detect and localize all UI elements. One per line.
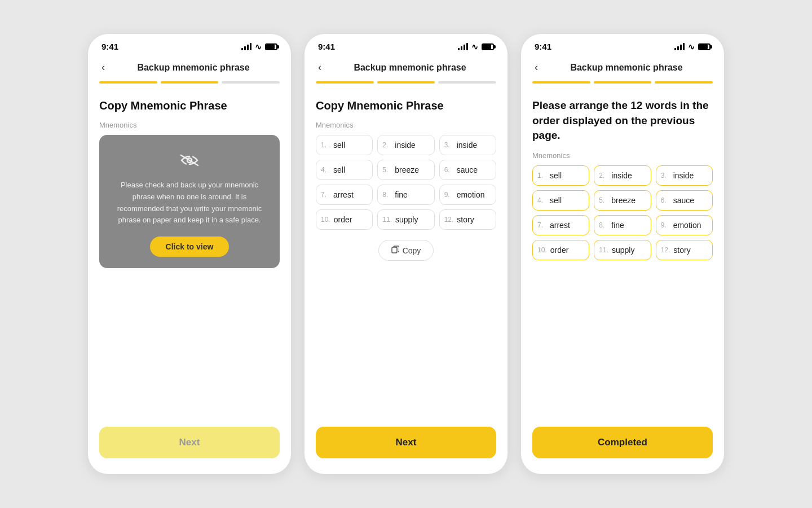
content-2: Copy Mnemonic Phrase Mnemonics 1.sell2.i… [304,93,508,427]
wifi-icon-3: ∿ [688,42,695,51]
word-num: 6. [661,196,670,204]
svg-rect-1 [392,247,397,253]
word-text: emotion [673,221,701,230]
blurred-box: Please check and back up your mnemonic p… [99,135,280,268]
status-icons-3: ∿ [674,42,710,51]
word-num: 7. [321,191,330,199]
completed-button[interactable]: Completed [532,427,713,458]
word-chip-3-3[interactable]: 3.inside [656,165,713,186]
word-chip-3-7[interactable]: 7.arrest [532,215,589,235]
word-num: 6. [444,166,453,174]
word-text: inside [457,141,478,150]
word-text: story [673,246,690,255]
wifi-icon-1: ∿ [255,42,262,51]
word-chip-2-1: 1.sell [316,135,373,155]
word-chip-2-12: 12.story [439,209,496,230]
mnemonics-label-3: Mnemonics [532,151,713,160]
mnemonics-label-2: Mnemonics [316,121,496,129]
word-chip-2-9: 9.emotion [439,185,496,205]
word-chip-3-5[interactable]: 5.breeze [594,190,651,211]
word-chip-2-5: 5.breeze [377,160,434,180]
word-chip-3-6[interactable]: 6.sauce [656,190,713,211]
bottom-btn-area-3: Completed [521,427,724,474]
phone-card-2: 9:41 ∿ ‹ Backup mnemonic phrase Copy M [304,34,508,474]
nav-title-1: Backup mnemonic phrase [107,63,280,73]
next-button-2[interactable]: Next [316,427,496,458]
word-text: emotion [457,190,485,199]
word-chip-2-8: 8.fine [377,185,434,205]
word-text: fine [395,190,408,199]
word-grid-2: 1.sell2.inside3.inside4.sell5.breeze6.sa… [316,135,496,230]
progress-seg-2-2 [377,81,435,84]
word-text: breeze [395,165,419,174]
word-text: sell [333,165,345,174]
signal-icon-1 [241,43,251,50]
word-num: 3. [661,172,670,179]
nav-bar-2: ‹ Backup mnemonic phrase [304,55,508,81]
nav-title-2: Backup mnemonic phrase [324,63,496,73]
word-chip-3-2[interactable]: 2.inside [594,165,651,186]
word-chip-3-11[interactable]: 11.supply [594,240,651,260]
word-num: 8. [599,221,608,229]
word-text: sell [550,171,562,180]
word-chip-2-11: 11.supply [377,209,434,230]
nav-bar-3: ‹ Backup mnemonic phrase [521,55,724,81]
word-num: 1. [321,141,330,149]
progress-seg-1-2 [161,81,219,84]
status-icons-2: ∿ [458,42,494,51]
time-2: 9:41 [318,42,335,51]
word-chip-3-1[interactable]: 1.sell [532,165,589,186]
word-num: 2. [382,141,391,149]
time-1: 9:41 [102,42,118,51]
blurred-description: Please check and back up your mnemonic p… [111,179,268,226]
word-text: order [550,246,569,255]
word-chip-3-4[interactable]: 4.sell [532,190,589,211]
word-text: order [334,215,352,224]
word-chip-2-6: 6.sauce [439,160,496,180]
word-chip-3-8[interactable]: 8.fine [594,215,651,235]
word-text: inside [611,171,632,180]
back-button-2[interactable]: ‹ [316,59,324,76]
word-chip-3-9[interactable]: 9.emotion [656,215,713,235]
word-num: 11. [599,246,608,254]
copy-button[interactable]: Copy [378,240,434,261]
phone-card-3: 9:41 ∿ ‹ Backup mnemonic phrase Please [521,34,724,474]
section-title-1: Copy Mnemonic Phrase [99,98,280,113]
word-num: 5. [382,166,391,174]
word-chip-2-10: 10.order [316,209,373,230]
word-num: 10. [321,216,330,224]
word-grid-3: 1.sell2.inside3.inside4.sell5.breeze6.sa… [532,165,713,260]
word-chip-3-12[interactable]: 12.story [656,240,713,260]
word-num: 9. [444,191,453,199]
word-num: 12. [661,246,670,254]
battery-icon-2 [482,43,494,50]
click-to-view-button[interactable]: Click to view [150,237,230,257]
progress-seg-3-1 [532,81,590,84]
mnemonics-label-1: Mnemonics [99,121,280,129]
progress-seg-1-1 [99,81,157,84]
phone-card-1: 9:41 ∿ ‹ Backup mnemonic phrase Copy M [88,34,291,474]
next-button-1[interactable]: Next [99,427,280,458]
instruction-text: Please arrange the 12 words in the order… [532,98,713,143]
bottom-btn-area-2: Next [304,427,508,474]
word-text: sell [550,196,562,205]
back-button-3[interactable]: ‹ [532,59,540,76]
word-num: 1. [537,172,546,179]
word-text: inside [395,141,416,150]
word-chip-3-10[interactable]: 10.order [532,240,589,260]
word-num: 12. [444,216,454,224]
word-text: breeze [611,196,636,205]
word-text: sauce [457,165,478,174]
progress-bar-2 [304,81,508,93]
status-bar-2: 9:41 ∿ [304,34,508,55]
word-num: 4. [537,196,546,204]
word-num: 7. [537,221,546,229]
back-button-1[interactable]: ‹ [99,59,107,76]
word-chip-2-4: 4.sell [316,160,373,180]
word-text: sauce [673,196,694,205]
progress-seg-3-3 [655,81,713,84]
bottom-btn-area-1: Next [88,427,291,474]
content-1: Copy Mnemonic Phrase Mnemonics Please ch… [88,93,291,427]
battery-icon-3 [698,43,710,50]
nav-bar-1: ‹ Backup mnemonic phrase [88,55,291,81]
